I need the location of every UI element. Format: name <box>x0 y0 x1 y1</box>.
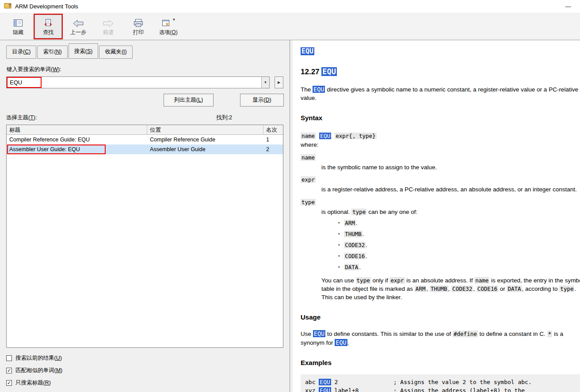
tab-index[interactable]: 索引(N) <box>37 46 67 59</box>
bullet-icon: ▪ <box>338 265 340 269</box>
toolbar-button-hide[interactable]: 隐藏 <box>4 15 32 38</box>
content-p: Use EQU to define constants. This is sim… <box>301 330 580 347</box>
back-icon <box>72 17 84 27</box>
content-p: The EQU directive gives a symbolic name … <box>301 85 580 103</box>
results-table-header: 标题位置名次 <box>7 125 283 135</box>
table-row[interactable]: Assembler User Guide: EQUAssembler User … <box>7 145 283 154</box>
search-options: 搜索以前的结果(U)✓匹配相似的单词(M)✓只搜索标题(R) <box>6 354 62 387</box>
forward-icon <box>103 17 114 27</box>
toolbar-button-label: 查找 <box>43 29 53 36</box>
navigation-pane: 目录(C)索引(N)搜索(S)收藏夹(I) 键入要搜索的单词(W): EQU ▼… <box>0 40 290 392</box>
content-pcode: name EQU expr{, type} <box>301 132 580 140</box>
list-topics-button[interactable]: 列出主题(L) <box>164 94 214 107</box>
toolbar-button-find[interactable]: 查找 <box>34 15 62 38</box>
toolbar-button-label: 打印 <box>133 29 144 36</box>
result-location: Assembler User Guide <box>147 146 263 152</box>
tab-search[interactable]: 搜索(S) <box>69 43 99 59</box>
title-bar: ? ARM Development Tools — <box>0 0 580 13</box>
checkbox-match-similar-words[interactable]: ✓匹配相似的单词(M) <box>6 367 62 374</box>
result-title: Compiler Reference Guide: EQU <box>7 137 147 143</box>
bullet-icon: ▪ <box>338 254 340 258</box>
content-dd: is the symbolic name to assign to the va… <box>321 164 580 172</box>
checkbox-icon: ✓ <box>6 380 12 386</box>
search-input-row: EQU ▼ ▶ <box>6 76 283 88</box>
tab-contents[interactable]: 目录(C) <box>6 46 36 59</box>
content-h2: Syntax <box>301 113 580 122</box>
toolbar-button-options[interactable]: ▼选项(O) <box>155 15 182 38</box>
checkbox-label: 匹配相似的单词(M) <box>15 367 62 374</box>
result-rank: 1 <box>263 137 283 143</box>
help-content-pane: EQU12.27 EQUThe EQU directive gives a sy… <box>293 40 580 392</box>
content-li: ▪ARM. <box>338 219 580 228</box>
column-header-1[interactable]: 位置 <box>147 125 263 134</box>
table-row[interactable]: Compiler Reference Guide: EQUCompiler Re… <box>7 135 283 145</box>
toolbar-button-forward: 前进 <box>95 15 122 38</box>
content-dt: name <box>301 154 580 162</box>
search-input[interactable]: EQU ▼ <box>6 76 270 88</box>
topic-row: 选择主题(T): 找到:2 <box>6 114 283 122</box>
content-dd: is a register-relative address, a PC-rel… <box>321 186 580 194</box>
print-icon <box>133 17 144 27</box>
checkbox-icon: ✓ <box>6 368 12 373</box>
bullet-icon: ▪ <box>338 243 340 247</box>
found-count-label: 找到:2 <box>217 114 232 122</box>
content-li: ▪CODE16. <box>338 252 580 261</box>
main-area: 目录(C)索引(N)搜索(S)收藏夹(I) 键入要搜索的单词(W): EQU ▼… <box>0 40 580 392</box>
minimize-button[interactable]: — <box>560 3 576 10</box>
options-icon: ▼ <box>161 17 176 27</box>
checkbox-label: 搜索以前的结果(U) <box>15 354 62 362</box>
arrow-right-icon: ▶ <box>278 80 280 84</box>
toolbar-button-label: 选项(O) <box>159 29 177 36</box>
result-rank: 2 <box>263 146 283 152</box>
display-button[interactable]: 显示(D) <box>240 94 284 107</box>
toolbar-button-back[interactable]: 上一步 <box>65 15 92 38</box>
content-h2: Usage <box>301 312 580 322</box>
content-h2: Examples <box>301 358 580 367</box>
content-dt: type <box>301 198 580 207</box>
toolbar: 隐藏查找上一步前进打印▼选项(O) <box>0 13 580 40</box>
combo-dropdown-button[interactable]: ▼ <box>261 77 269 88</box>
content: EQU12.27 EQUThe EQU directive gives a sy… <box>301 46 580 392</box>
column-header-2[interactable]: 名次 <box>263 125 283 134</box>
result-location: Compiler Reference Guide <box>147 137 263 143</box>
checkbox-search-titles-only[interactable]: ✓只搜索标题(R) <box>6 379 62 387</box>
code-example: abc EQU 2 ; Assigns the value 2 to the s… <box>301 374 580 392</box>
chevron-down-icon: ▼ <box>172 18 176 22</box>
toolbar-button-print[interactable]: 打印 <box>125 15 152 38</box>
help-book-icon: ? <box>4 3 11 11</box>
search-input-value[interactable]: EQU <box>7 79 261 86</box>
content-title: EQU <box>301 46 580 56</box>
content-dd: is optional. type can be any one of: <box>321 208 580 217</box>
search-buttons-row: 列出主题(L) 显示(D) <box>6 94 283 107</box>
app-window: ? ARM Development Tools — 隐藏查找上一步前进打印▼选项… <box>0 0 580 392</box>
expression-arrow-button[interactable]: ▶ <box>275 76 283 88</box>
bullet-icon: ▪ <box>338 232 340 236</box>
results-table-body: Compiler Reference Guide: EQUCompiler Re… <box>7 135 283 154</box>
hide-icon <box>13 17 23 27</box>
column-header-0[interactable]: 标题 <box>7 125 147 134</box>
search-results-table: 标题位置名次 Compiler Reference Guide: EQUComp… <box>6 125 283 348</box>
content-ddp: You can use type only if expr is an abso… <box>321 277 580 302</box>
content-dt: expr <box>301 176 580 184</box>
checkbox-icon <box>6 355 12 361</box>
select-topic-label: 选择主题(T): <box>6 114 37 122</box>
search-keyword-label: 键入要搜索的单词(W): <box>7 66 283 73</box>
bullet-icon: ▪ <box>338 221 340 225</box>
toolbar-button-label: 前进 <box>103 29 114 36</box>
tab-favorites[interactable]: 收藏夹(I) <box>99 46 132 59</box>
result-title: Assembler User Guide: EQU <box>7 146 147 152</box>
content-pt: where: <box>301 141 580 149</box>
toolbar-button-label: 隐藏 <box>13 29 23 36</box>
content-li: ▪CODE32. <box>338 241 580 250</box>
chevron-down-icon: ▼ <box>264 80 267 84</box>
content-li: ▪DATA. <box>338 263 580 272</box>
content-h1: 12.27 EQU <box>301 67 580 77</box>
checkbox-label: 只搜索标题(R) <box>15 379 51 387</box>
find-icon <box>43 17 53 27</box>
nav-tabs: 目录(C)索引(N)搜索(S)收藏夹(I) <box>6 45 283 59</box>
window-title: ARM Development Tools <box>15 3 78 10</box>
checkbox-search-previous-results[interactable]: 搜索以前的结果(U) <box>6 354 62 362</box>
content-li: ▪THUMB. <box>338 230 580 239</box>
pane-splitter[interactable] <box>290 40 293 392</box>
toolbar-button-label: 上一步 <box>70 29 86 36</box>
